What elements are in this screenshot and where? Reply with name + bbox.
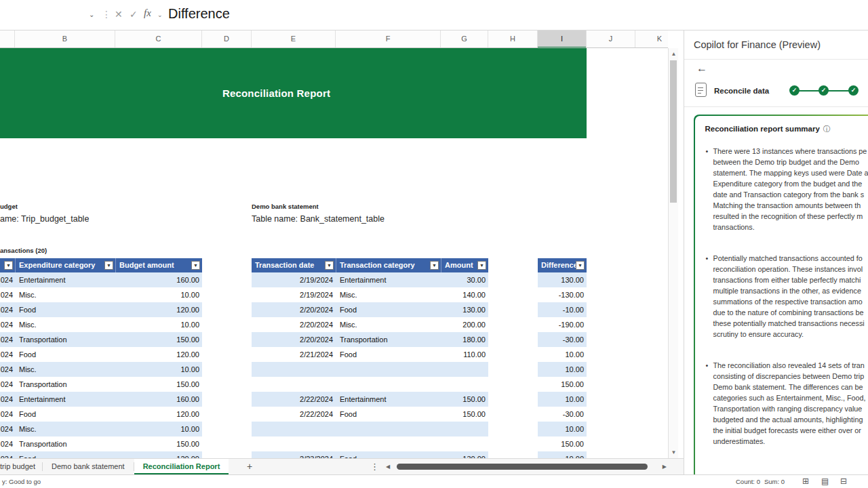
budget-category-cell[interactable]: Transportation [15, 436, 115, 451]
filter-icon[interactable]: ▼ [430, 261, 439, 270]
column-header-A-clipped[interactable] [0, 30, 15, 48]
budget-category-cell[interactable]: Transportation [15, 377, 115, 392]
bank-date-cell[interactable] [252, 377, 336, 392]
formula-bar-handle-icon[interactable]: ⋮ [102, 9, 111, 20]
budget-date-cell[interactable]: 024 [0, 302, 15, 317]
scroll-left-icon[interactable]: ◀ [386, 464, 390, 470]
bank-amount-cell[interactable] [441, 422, 488, 436]
back-arrow-icon[interactable]: ← [696, 62, 707, 75]
budget-amount-cell[interactable]: 120.00 [115, 302, 202, 317]
difference-cell[interactable]: 150.00 [538, 377, 587, 392]
budget-caption[interactable]: udget [0, 203, 18, 210]
bank-category-cell[interactable]: Misc. [336, 287, 441, 302]
budget-amount-cell[interactable]: 10.00 [115, 317, 202, 332]
budget-category-cell[interactable]: Misc. [15, 362, 115, 377]
bank-category-cell[interactable]: Food [336, 407, 441, 422]
sheet-tab-reconciliation-report[interactable]: Reconciliation Report [134, 459, 229, 474]
column-header-B[interactable]: B [15, 30, 115, 48]
column-header-G[interactable]: G [441, 30, 488, 48]
difference-header[interactable]: Difference ▼ [538, 258, 587, 272]
budget-category-cell[interactable]: Misc. [15, 422, 115, 436]
bank-amount-cell[interactable]: 110.00 [441, 347, 488, 362]
horizontal-scrollbar[interactable]: ◀ ▶ [383, 459, 668, 474]
budget-date-cell[interactable]: 024 [0, 436, 15, 451]
bank-date-cell[interactable]: 2/21/2024 [252, 347, 336, 362]
bank-amount-cell[interactable]: 130.00 [441, 302, 488, 317]
budget-date-cell[interactable]: 024 [0, 287, 15, 302]
bank-caption[interactable]: Demo bank statement [252, 203, 319, 210]
column-header-J[interactable]: J [587, 30, 635, 48]
bank-amount-cell[interactable]: 200.00 [441, 317, 488, 332]
column-header-C[interactable]: C [115, 30, 202, 48]
bank-date-cell[interactable]: 2/19/2024 [252, 272, 336, 287]
budget-category-cell[interactable]: Food [15, 302, 115, 317]
report-title-banner[interactable]: Reconciliation Report [0, 48, 587, 138]
budget-amount-cell[interactable]: 10.00 [115, 362, 202, 377]
budget-category-cell[interactable]: Entertainment [15, 272, 115, 287]
bank-category-cell[interactable]: Misc. [336, 317, 441, 332]
budget-amount-cell[interactable]: 160.00 [115, 272, 202, 287]
bank-date-cell[interactable]: 2/20/2024 [252, 302, 336, 317]
column-header-F[interactable]: F [336, 30, 441, 48]
bank-amount-cell[interactable] [441, 377, 488, 392]
budget-amount-cell[interactable]: 10.00 [115, 287, 202, 302]
budget-category-cell[interactable]: Food [15, 407, 115, 422]
page-break-view-icon[interactable]: ⊟ [840, 476, 847, 486]
bank-date-cell[interactable]: 2/20/2024 [252, 332, 336, 347]
budget-amount-header[interactable]: Budget amount ▼ [115, 258, 202, 272]
add-sheet-button[interactable]: + [241, 459, 258, 474]
bank-category-cell[interactable] [336, 422, 441, 436]
bank-amount-cell[interactable] [441, 436, 488, 451]
budget-category-cell[interactable]: Misc. [15, 317, 115, 332]
scroll-down-icon[interactable]: ▼ [669, 449, 679, 455]
budget-amount-cell[interactable]: 150.00 [115, 377, 202, 392]
bank-amount-cell[interactable]: 150.00 [441, 392, 488, 407]
budget-date-cell[interactable]: 024 [0, 407, 15, 422]
scroll-up-icon[interactable]: ▲ [669, 51, 679, 57]
budget-amount-cell[interactable]: 120.00 [115, 347, 202, 362]
filter-icon[interactable]: ▼ [4, 261, 13, 270]
difference-cell[interactable]: -30.00 [538, 407, 587, 422]
budget-date-cell[interactable]: 024 [0, 422, 15, 436]
bank-category-cell[interactable]: Food [336, 347, 441, 362]
bank-date-cell[interactable] [252, 436, 336, 451]
bank-date-cell[interactable] [252, 422, 336, 436]
bank-date-cell[interactable]: 2/20/2024 [252, 317, 336, 332]
difference-cell[interactable]: 10.00 [538, 362, 587, 377]
bank-category-cell[interactable]: Entertainment [336, 272, 441, 287]
bank-category-cell[interactable] [336, 377, 441, 392]
formula-bar-value[interactable]: Difference [168, 6, 230, 22]
accessibility-status[interactable]: y: Good to go [2, 475, 41, 488]
filter-icon[interactable]: ▼ [477, 261, 486, 270]
bank-category-cell[interactable]: Entertainment [336, 392, 441, 407]
budget-date-cell[interactable]: 024 [0, 332, 15, 347]
bank-category-cell[interactable]: Transportation [336, 332, 441, 347]
difference-cell[interactable]: 10.00 [538, 347, 587, 362]
budget-category-cell[interactable]: Misc. [15, 287, 115, 302]
difference-cell[interactable]: 10.00 [538, 422, 587, 436]
budget-amount-cell[interactable]: 150.00 [115, 332, 202, 347]
filter-icon[interactable]: ▼ [104, 261, 113, 270]
sheet-tab-demo-bank-statement[interactable]: Demo bank statement [43, 459, 134, 474]
bank-table-name[interactable]: Table name: Bank_statement_table [252, 214, 384, 224]
difference-cell[interactable]: -10.00 [538, 302, 587, 317]
budget-category-cell[interactable]: Food [15, 347, 115, 362]
column-header-H[interactable]: H [488, 30, 538, 48]
bank-category-cell[interactable]: Food [336, 302, 441, 317]
budget-date-cell[interactable]: 024 [0, 392, 15, 407]
budget-amount-cell[interactable]: 10.00 [115, 422, 202, 436]
tab-overflow-icon[interactable]: ⋮ [370, 462, 379, 472]
bank-amount-cell[interactable]: 140.00 [441, 287, 488, 302]
budget-date-cell[interactable]: 024 [0, 362, 15, 377]
column-header-I[interactable]: I [538, 30, 587, 48]
fx-chevron-icon[interactable]: ⌄ [157, 12, 163, 18]
bank-date-cell[interactable] [252, 362, 336, 377]
budget-date-cell[interactable]: 024 [0, 347, 15, 362]
column-header-D[interactable]: D [202, 30, 252, 48]
budget-date-cell[interactable]: 024 [0, 272, 15, 287]
difference-cell[interactable]: -190.00 [538, 317, 587, 332]
vertical-scrollbar[interactable]: ▲ ▼ [668, 48, 678, 458]
bank-amount-header[interactable]: Amount ▼ [441, 258, 488, 272]
filter-icon[interactable]: ▼ [325, 261, 334, 270]
bank-date-cell[interactable]: 2/19/2024 [252, 287, 336, 302]
